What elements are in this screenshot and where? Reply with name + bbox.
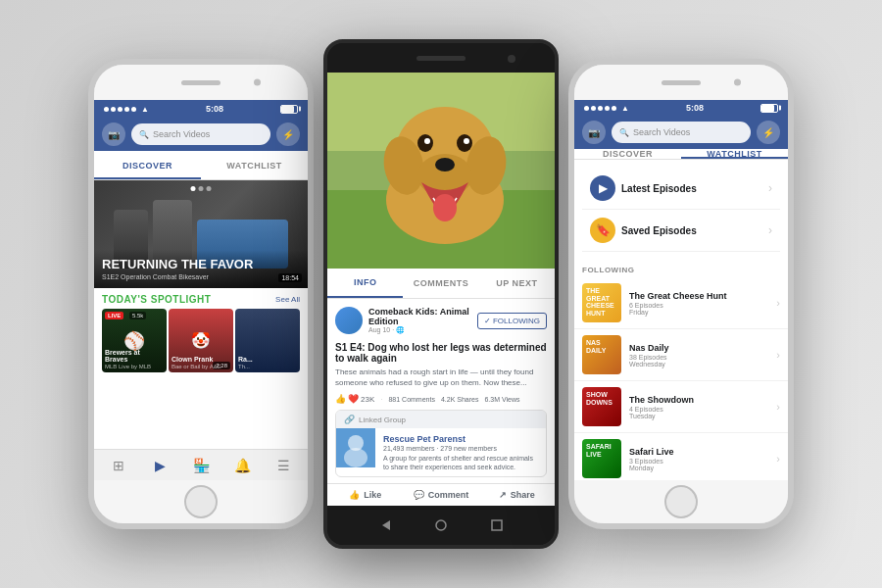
linked-group: 🔗 Linked Group Rescue Pet Parenst 21,493… xyxy=(335,410,547,477)
saved-chevron: › xyxy=(768,223,772,237)
tab-comments[interactable]: COMMENTS xyxy=(403,269,478,298)
like-button[interactable]: 👍 Like xyxy=(327,490,403,500)
nas-thumb-text: NAS DAILY xyxy=(582,335,621,358)
show-info-safari: Safari Live 3 Episodes Monday xyxy=(629,447,768,471)
search-placeholder-right: Search Videos xyxy=(633,127,690,137)
latest-episodes-item[interactable]: ▶ Latest Episodes › xyxy=(582,168,780,210)
hero-pagination xyxy=(191,186,212,191)
content-tabs: INFO COMMENTS UP NEXT xyxy=(327,269,555,299)
svg-point-16 xyxy=(344,448,368,467)
nav-play-icon[interactable]: ▶ xyxy=(149,455,171,476)
svg-rect-19 xyxy=(492,520,502,530)
show-name-safari: Safari Live xyxy=(629,447,768,457)
show-item-safari[interactable]: SAFARI LIVE Safari Live 3 Episodes Monda… xyxy=(574,433,788,480)
home-button-right[interactable] xyxy=(664,485,698,518)
following-button[interactable]: ✓ FOLLOWING xyxy=(477,313,547,329)
tab-discover-left[interactable]: DISCOVER xyxy=(94,151,201,179)
share-icon: ↗ xyxy=(499,490,507,500)
show-meta-nas: 38 Episodes Wednesday xyxy=(629,354,768,368)
show-item-showdown[interactable]: SHOW DOWNS The Showdown 4 Episodes Tuesd… xyxy=(574,381,788,433)
like-label: Like xyxy=(364,490,381,500)
bottom-nav-left: ⊞ ▶ 🏪 🔔 ☰ xyxy=(94,449,308,480)
svg-point-12 xyxy=(464,138,469,144)
latest-episodes-label: Latest Episodes xyxy=(621,183,697,194)
r-dot-3 xyxy=(598,106,603,111)
hero-duration-left: 18:54 xyxy=(278,273,302,282)
action-bar: 👍 Like 💬 Comment ↗ Share xyxy=(327,483,555,506)
home-button-left[interactable] xyxy=(184,485,218,518)
dot-3 xyxy=(118,107,122,112)
spotlight-item-clown[interactable]: 🤡 7:28 Clown Prank Bae or Bail by A&E xyxy=(169,309,233,372)
nav-store-icon[interactable]: 🏪 xyxy=(190,455,212,476)
spotlight-title: TODAY'S SPOTLIGHT xyxy=(102,294,211,305)
hero-subtitle-left: S1E2 Operation Combat Bikesaver xyxy=(102,273,300,280)
dot-active xyxy=(191,186,196,191)
episode-title: S1 E4: Dog who lost her legs was determi… xyxy=(327,342,555,368)
reaction-count: 23K xyxy=(361,395,374,404)
show-chevron-cheese: › xyxy=(776,297,780,309)
messenger-btn-right[interactable]: ⚡ xyxy=(757,121,780,144)
tab-watchlist-left[interactable]: WATCHLIST xyxy=(201,151,308,179)
hero-area-left: RETURNING THE FAVOR S1E2 Operation Comba… xyxy=(94,180,308,288)
spotlight-item-3[interactable]: Ra... Th... xyxy=(235,309,300,372)
comment-icon: 💬 xyxy=(414,490,424,500)
saved-episodes-label: Saved Episodes xyxy=(621,225,697,236)
status-right-left xyxy=(280,105,298,114)
scene: ▲ 5:08 📷 🔍 Search Videos ⚡ xyxy=(0,0,882,588)
share-button[interactable]: ↗ Share xyxy=(479,490,555,500)
dot-4 xyxy=(124,107,129,112)
stat-divider-1: · xyxy=(380,395,382,404)
android-bottom xyxy=(327,506,555,545)
reactions: 👍 ❤️ 23K xyxy=(335,394,374,404)
nav-bell-icon[interactable]: 🔔 xyxy=(231,455,253,476)
iphone-left-bottom xyxy=(94,480,308,523)
android-camera xyxy=(508,55,515,63)
nav-menu-icon[interactable]: ☰ xyxy=(272,455,294,476)
show-chevron-showdown: › xyxy=(776,401,780,413)
spotlight-grid: ⚾ LIVE 5.5k Brewers at Braves MLB Live b… xyxy=(94,309,308,449)
android-home-btn[interactable] xyxy=(433,517,449,533)
camera-button-right[interactable]: 📷 xyxy=(582,121,606,144)
camera-right xyxy=(734,79,741,86)
r-dot-5 xyxy=(612,106,616,111)
spotlight-item-baseball[interactable]: ⚾ LIVE 5.5k Brewers at Braves MLB Live b… xyxy=(102,309,167,372)
iphone-right-bottom xyxy=(574,480,788,523)
nav-news-icon[interactable]: ⊞ xyxy=(108,455,129,476)
tab-info[interactable]: INFO xyxy=(327,269,403,298)
saved-episodes-left: 🔖 Saved Episodes xyxy=(590,218,697,243)
android-recents-btn[interactable] xyxy=(489,517,505,533)
like-emoji: 👍 xyxy=(335,394,346,404)
camera-left xyxy=(254,79,261,86)
show-chevron-nas: › xyxy=(776,349,780,361)
messenger-btn-left[interactable]: ⚡ xyxy=(276,122,300,146)
r-dot-1 xyxy=(584,106,589,111)
views-stat: 6.3M Views xyxy=(484,396,519,403)
tab-discover-right[interactable]: DISCOVER xyxy=(574,149,681,159)
android-back-btn[interactable] xyxy=(377,517,393,533)
show-item-cheese[interactable]: THE GREAT CHEESE HUNT The Great Cheese H… xyxy=(574,277,788,329)
search-input-left[interactable]: 🔍 Search Videos xyxy=(131,123,270,145)
camera-button-left[interactable]: 📷 xyxy=(102,122,125,146)
saved-episodes-icon: 🔖 xyxy=(590,218,615,243)
show-name-nas: Nas Daily xyxy=(629,343,768,353)
show-day-safari: Monday xyxy=(629,465,768,471)
show-item-nas[interactable]: NAS DAILY Nas Daily 38 Episodes Wednesda… xyxy=(574,329,788,381)
tab-upnext[interactable]: UP NEXT xyxy=(479,269,555,298)
android-top xyxy=(327,43,555,73)
search-placeholder-left: Search Videos xyxy=(153,129,210,139)
show-thumb-cheese: THE GREAT CHEESE HUNT xyxy=(582,283,621,322)
svg-point-8 xyxy=(435,158,455,172)
search-input-right[interactable]: 🔍 Search Videos xyxy=(612,122,751,143)
show-name-cheese: The Great Cheese Hunt xyxy=(629,291,768,301)
r-dot-4 xyxy=(605,106,610,111)
post-description: These animals had a rough start in life … xyxy=(327,368,555,394)
search-bar-left: 📷 🔍 Search Videos ⚡ xyxy=(94,118,308,151)
see-all-btn[interactable]: See All xyxy=(275,295,300,304)
comment-button[interactable]: 💬 Comment xyxy=(403,490,478,500)
show-day-showdown: Tuesday xyxy=(629,413,768,419)
tab-watchlist-right[interactable]: WATCHLIST xyxy=(681,149,788,159)
show-meta-cheese: 6 Episodes Friday xyxy=(629,302,768,316)
saved-episodes-item[interactable]: 🔖 Saved Episodes › xyxy=(582,210,780,252)
svg-point-11 xyxy=(424,138,430,144)
show-meta-safari: 3 Episodes Monday xyxy=(629,458,768,471)
